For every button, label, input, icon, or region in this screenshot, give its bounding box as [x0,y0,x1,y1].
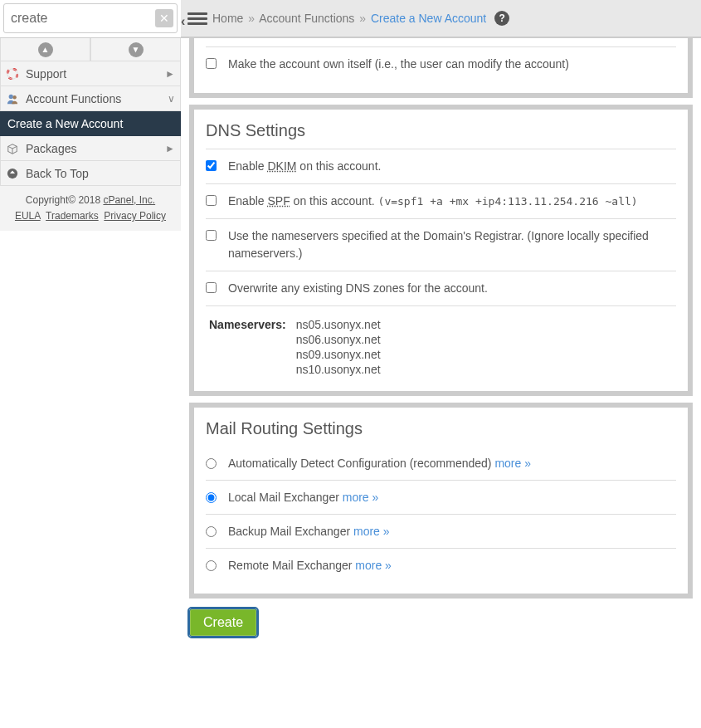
mail-auto-label: Automatically Detect Configuration (reco… [228,457,531,470]
sidebar-item-back-to-top[interactable]: Back To Top [0,161,181,186]
breadcrumb-sep: » [248,12,255,25]
svg-point-2 [9,94,13,98]
more-link[interactable]: more » [353,525,390,538]
footer-link-privacy[interactable]: Privacy Policy [104,210,166,222]
mail-local-label: Local Mail Exchanger more » [228,491,378,504]
breadcrumb: Home » Account Functions » Create a New … [212,12,486,25]
dkim-label: Enable DKIM on this account. [228,158,676,175]
expand-all-button[interactable]: ▼ [90,38,181,61]
breadcrumb-current: Create a New Account [371,12,486,25]
nameserver-value: ns05.usonyx.net [296,318,381,331]
mail-backup-radio[interactable] [206,526,217,537]
user-icon [6,93,19,105]
dkim-checkbox[interactable] [206,160,217,171]
spf-record: (v=spf1 +a +mx +ip4:113.11.254.216 ~all) [378,195,638,208]
nameservers-list: ns05.usonyx.net ns06.usonyx.net ns09.uso… [296,318,381,376]
sidebar-item-label: Support [26,67,158,81]
chevron-right-icon: ► [165,68,175,80]
chevron-right-icon: ► [165,143,175,154]
svg-point-1 [7,68,17,78]
svg-point-3 [12,95,16,99]
company-link[interactable]: cPanel, Inc. [103,194,155,206]
spf-checkbox[interactable] [206,195,217,206]
registrar-ns-label: Use the nameservers specified at the Dom… [228,227,676,262]
help-icon[interactable]: ? [494,11,509,26]
own-itself-label: Make the account own itself (i.e., the u… [228,56,676,73]
breadcrumb-home[interactable]: Home [212,12,243,25]
package-icon [6,143,19,154]
sidebar-item-label: Create a New Account [6,117,175,130]
more-link[interactable]: more » [355,559,392,572]
breadcrumb-section[interactable]: Account Functions [259,12,354,25]
more-link[interactable]: more » [494,457,531,470]
breadcrumb-sep: » [359,12,366,25]
mail-remote-radio[interactable] [206,560,217,571]
mail-auto-radio[interactable] [206,458,217,469]
mail-local-radio[interactable] [206,492,217,503]
nameserver-value: ns10.usonyx.net [296,363,381,376]
chevron-down-icon: ∨ [168,93,175,105]
registrar-ns-checkbox[interactable] [206,230,217,241]
dkim-abbr: DKIM [267,159,296,173]
search-input[interactable] [4,4,177,32]
sidebar-item-packages[interactable]: Packages ► [0,136,181,161]
footer: Copyright© 2018 cPanel, Inc. EULA Tradem… [0,186,181,231]
nameserver-value: ns06.usonyx.net [296,333,381,346]
own-itself-checkbox[interactable] [206,58,217,69]
overwrite-dns-checkbox[interactable] [206,282,217,293]
nameserver-value: ns09.usonyx.net [296,348,381,361]
sidebar-item-label: Packages [26,142,158,155]
spf-label: Enable SPF on this account. (v=spf1 +a +… [228,193,676,210]
dns-settings-panel: DNS Settings Enable DKIM on this account… [189,105,693,396]
dns-heading: DNS Settings [206,121,676,140]
clear-search-icon[interactable]: ✕ [155,9,173,27]
copyright-text: Copyright© 2018 [26,194,104,206]
sidebar-item-label: Account Functions [26,92,161,105]
arrow-up-icon [6,168,19,179]
footer-link-eula[interactable]: EULA [15,210,41,222]
lifebuoy-icon [6,68,19,80]
overwrite-dns-label: Overwrite any existing DNS zones for the… [228,280,676,297]
create-button[interactable]: Create [189,608,257,637]
nameservers-label: Nameservers: [206,318,286,376]
mail-backup-label: Backup Mail Exchanger more » [228,525,390,538]
search-box: ✕ [3,3,178,33]
collapse-all-button[interactable]: ▲ [0,38,90,61]
sidebar-item-create-account[interactable]: Create a New Account [0,111,181,136]
mail-routing-panel: Mail Routing Settings Automatically Dete… [189,403,693,599]
sidebar-toggle-icon[interactable]: ‹ [187,11,207,27]
sidebar-item-label: Back To Top [26,167,175,180]
mail-heading: Mail Routing Settings [206,419,676,438]
sidebar-item-support[interactable]: Support ► [0,61,181,86]
mail-remote-label: Remote Mail Exchanger more » [228,559,392,572]
spf-abbr: SPF [267,194,290,208]
footer-link-trademarks[interactable]: Trademarks [46,210,99,222]
sidebar-item-account-functions[interactable]: Account Functions ∨ [0,86,181,111]
more-link[interactable]: more » [343,491,379,504]
